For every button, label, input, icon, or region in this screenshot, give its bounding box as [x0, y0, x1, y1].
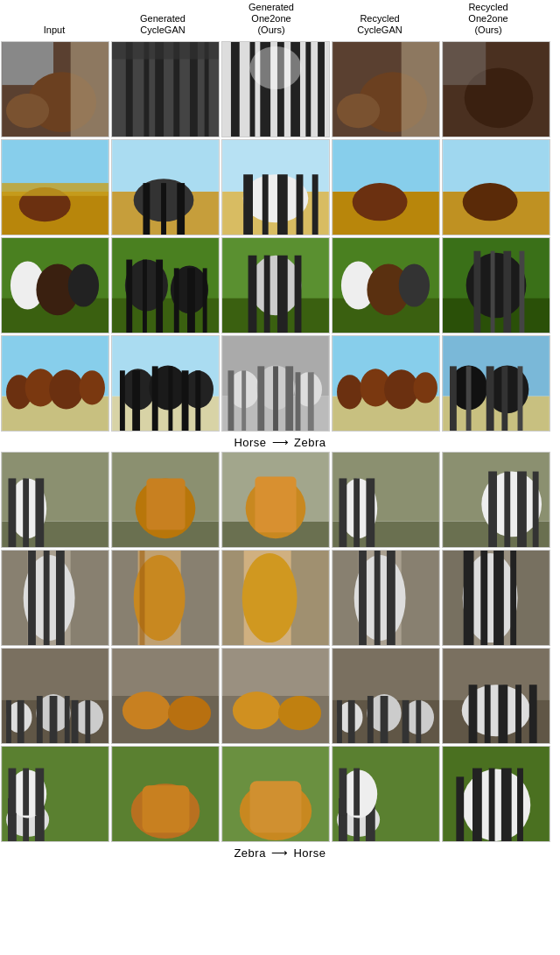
header-input: Input: [0, 23, 108, 38]
cell-1-3: [332, 41, 440, 137]
cell-3-1: [111, 237, 220, 334]
header-label-4: RecycledOne2one(Ours): [468, 2, 508, 35]
cell-4-1: [111, 335, 220, 432]
divider-zebra-horse: Zebra ⟶ Horse: [0, 843, 560, 861]
cell-1-4: [442, 41, 550, 137]
divider-horse-zebra: Horse ⟶ Zebra: [0, 432, 560, 451]
cell-2-3: [332, 139, 440, 235]
header-cyclegan: Generated CycleGAN: [108, 11, 217, 38]
svg-point-205: [278, 696, 321, 730]
image-row: [0, 236, 560, 334]
cell-1-0: [1, 41, 109, 137]
cell-5-4: [442, 452, 550, 548]
svg-rect-34: [2, 183, 108, 196]
header-label-3: RecycledCycleGAN: [357, 13, 402, 35]
header-sub-1: CycleGAN: [140, 25, 185, 35]
cell-4-3: [332, 335, 440, 432]
section2-grid: [0, 451, 560, 843]
image-row: [0, 745, 560, 843]
header-recycled-one2one: RecycledOne2one(Ours): [434, 0, 542, 39]
svg-point-26: [337, 93, 380, 127]
svg-rect-142: [146, 478, 185, 530]
svg-rect-30: [443, 42, 486, 85]
cell-3-4: [442, 237, 550, 334]
cell-6-3: [332, 550, 440, 646]
section1-grid: [0, 40, 560, 432]
svg-point-81: [399, 263, 430, 306]
page: Input Generated CycleGAN GeneratedOne2on…: [0, 0, 560, 861]
svg-point-204: [233, 692, 281, 729]
cell-4-0: [1, 335, 109, 432]
image-row: [0, 138, 560, 236]
svg-point-51: [353, 183, 408, 221]
arrow2-icon: ⟶: [271, 846, 289, 860]
cell-1-1: [111, 41, 220, 137]
svg-rect-236: [142, 785, 189, 832]
divider-from-label: Horse: [234, 436, 266, 449]
cell-8-2: [221, 746, 330, 842]
svg-point-23: [250, 46, 302, 88]
cell-2-0: [1, 139, 109, 235]
header-label-0: Input: [44, 25, 65, 35]
header-row: Input Generated CycleGAN GeneratedOne2on…: [0, 0, 560, 40]
cell-7-4: [442, 648, 550, 744]
cell-3-2: [221, 237, 330, 334]
header-label-2: GeneratedOne2one(Ours): [248, 2, 294, 35]
cell-7-0: [1, 648, 109, 744]
svg-point-172: [242, 553, 298, 643]
cell-3-0: [1, 237, 109, 334]
svg-rect-239: [250, 781, 302, 832]
cell-6-2: [221, 550, 330, 646]
divider2-to-label: Horse: [293, 846, 326, 860]
svg-point-54: [463, 183, 518, 221]
cell-7-2: [221, 648, 330, 744]
cell-6-1: [111, 550, 220, 646]
cell-5-2: [221, 452, 330, 548]
svg-point-123: [413, 372, 437, 403]
svg-point-94: [79, 370, 104, 404]
svg-point-120: [337, 375, 362, 409]
cell-7-3: [332, 648, 440, 744]
image-row: [0, 334, 560, 432]
arrow-icon: ⟶: [272, 436, 290, 449]
header-one2one-gen: GeneratedOne2one(Ours): [217, 0, 326, 39]
cell-3-3: [332, 237, 440, 334]
cell-6-4: [442, 550, 550, 646]
cell-4-4: [442, 335, 550, 432]
svg-rect-146: [255, 476, 296, 532]
header-recycled-cyclegan: RecycledCycleGAN: [326, 11, 434, 38]
image-row: [0, 451, 560, 549]
cell-4-2: [221, 335, 330, 432]
cell-8-3: [332, 746, 440, 842]
cell-2-1: [111, 139, 220, 235]
cell-8-1: [111, 746, 220, 842]
svg-point-3: [6, 93, 49, 127]
cell-5-0: [1, 452, 109, 548]
svg-rect-4: [71, 42, 108, 137]
svg-point-72: [250, 255, 302, 315]
cell-5-1: [111, 452, 220, 548]
image-row: [0, 647, 560, 745]
cell-1-2: [221, 41, 330, 137]
svg-point-201: [168, 696, 211, 730]
header-label-1: Generated: [140, 13, 186, 24]
cell-6-0: [1, 550, 109, 646]
svg-point-200: [122, 692, 171, 729]
cell-7-1: [111, 648, 220, 744]
divider2-from-label: Zebra: [234, 846, 265, 860]
cell-8-0: [1, 746, 109, 842]
cell-2-4: [442, 139, 550, 235]
divider-to-label: Zebra: [294, 436, 326, 449]
svg-rect-13: [112, 42, 219, 60]
svg-point-59: [68, 263, 99, 306]
svg-point-93: [49, 369, 83, 409]
cell-8-4: [442, 746, 550, 842]
cell-2-2: [221, 139, 330, 235]
cell-5-3: [332, 452, 440, 548]
image-row: [0, 40, 560, 138]
image-row: [0, 549, 560, 647]
svg-point-122: [384, 369, 418, 409]
svg-rect-27: [402, 42, 439, 137]
